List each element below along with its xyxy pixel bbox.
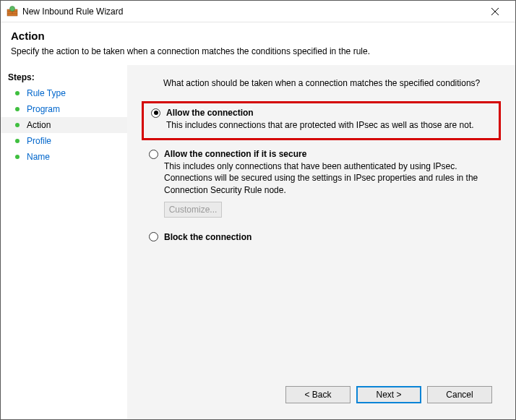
step-label: Rule Type: [27, 88, 66, 98]
next-button[interactable]: Next >: [356, 386, 421, 403]
wizard-footer: < Back Next > Cancel: [142, 379, 501, 412]
step-label: Profile: [27, 136, 51, 146]
step-program[interactable]: Program: [1, 101, 127, 117]
back-button[interactable]: < Back: [285, 386, 351, 403]
bullet-icon: [15, 139, 20, 143]
bullet-icon: [15, 123, 20, 127]
bullet-icon: [15, 107, 20, 111]
wizard-window: New Inbound Rule Wizard Action Specify t…: [0, 0, 516, 420]
radio-desc: This includes connections that are prote…: [166, 119, 491, 131]
wizard-body: Steps: Rule Type Program Action Profile …: [1, 65, 515, 419]
radio-icon: [151, 108, 160, 118]
radio-allow-secure[interactable]: Allow the connection if it is secure: [149, 149, 494, 159]
wizard-header: Action Specify the action to be taken wh…: [1, 22, 515, 65]
radio-desc: This includes only connections that have…: [164, 160, 494, 196]
radio-icon: [149, 150, 158, 159]
radio-allow[interactable]: Allow the connection: [151, 108, 491, 118]
radio-icon: [149, 232, 158, 241]
steps-heading: Steps:: [1, 69, 127, 85]
step-name[interactable]: Name: [1, 149, 127, 165]
close-icon: [491, 8, 499, 15]
close-button[interactable]: [481, 1, 509, 22]
action-prompt: What action should be taken when a conne…: [163, 78, 501, 88]
cancel-button[interactable]: Cancel: [427, 386, 492, 403]
radio-label: Allow the connection: [166, 108, 254, 118]
page-title: Action: [11, 30, 505, 42]
bullet-icon: [15, 91, 20, 95]
svg-point-6: [10, 6, 15, 11]
option-allow-secure: Allow the connection if it is secure Thi…: [142, 145, 501, 225]
customize-button: Customize...: [164, 202, 222, 218]
radio-block[interactable]: Block the connection: [149, 232, 494, 242]
step-label: Name: [27, 152, 50, 162]
page-description: Specify the action to be taken when a co…: [11, 46, 505, 56]
step-profile[interactable]: Profile: [1, 133, 127, 149]
option-allow-highlighted: Allow the connection This includes conne…: [142, 101, 501, 140]
radio-label: Block the connection: [164, 232, 251, 242]
step-action[interactable]: Action: [1, 117, 127, 133]
step-label: Action: [27, 120, 51, 130]
bullet-icon: [15, 155, 20, 159]
option-block-connection: Block the connection: [142, 228, 501, 249]
main-panel: What action should be taken when a conne…: [127, 65, 515, 419]
titlebar: New Inbound Rule Wizard: [1, 1, 515, 22]
radio-label: Allow the connection if it is secure: [164, 149, 306, 159]
firewall-icon: [7, 6, 18, 17]
step-rule-type[interactable]: Rule Type: [1, 85, 127, 101]
steps-sidebar: Steps: Rule Type Program Action Profile …: [1, 65, 127, 419]
window-title: New Inbound Rule Wizard: [22, 7, 481, 17]
step-label: Program: [27, 104, 60, 114]
